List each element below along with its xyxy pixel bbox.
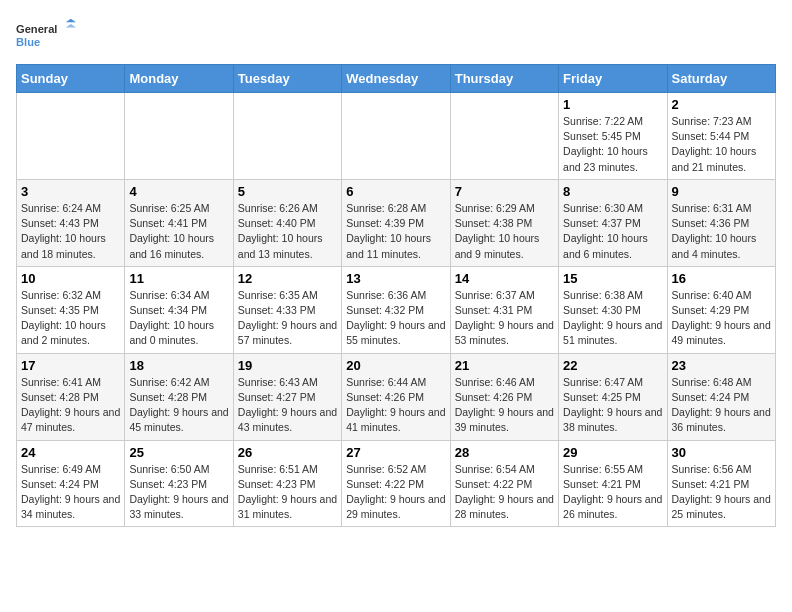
calendar-cell: 16Sunrise: 6:40 AM Sunset: 4:29 PM Dayli…: [667, 266, 775, 353]
calendar-cell: 6Sunrise: 6:28 AM Sunset: 4:39 PM Daylig…: [342, 179, 450, 266]
day-number: 25: [129, 445, 228, 460]
weekday-header-sunday: Sunday: [17, 65, 125, 93]
day-info: Sunrise: 7:22 AM Sunset: 5:45 PM Dayligh…: [563, 114, 662, 175]
calendar-cell: 20Sunrise: 6:44 AM Sunset: 4:26 PM Dayli…: [342, 353, 450, 440]
week-row-2: 3Sunrise: 6:24 AM Sunset: 4:43 PM Daylig…: [17, 179, 776, 266]
day-info: Sunrise: 6:35 AM Sunset: 4:33 PM Dayligh…: [238, 288, 337, 349]
day-info: Sunrise: 6:49 AM Sunset: 4:24 PM Dayligh…: [21, 462, 120, 523]
calendar-cell: 10Sunrise: 6:32 AM Sunset: 4:35 PM Dayli…: [17, 266, 125, 353]
week-row-1: 1Sunrise: 7:22 AM Sunset: 5:45 PM Daylig…: [17, 93, 776, 180]
day-info: Sunrise: 6:24 AM Sunset: 4:43 PM Dayligh…: [21, 201, 120, 262]
day-number: 13: [346, 271, 445, 286]
day-info: Sunrise: 6:36 AM Sunset: 4:32 PM Dayligh…: [346, 288, 445, 349]
day-number: 17: [21, 358, 120, 373]
calendar-cell: 17Sunrise: 6:41 AM Sunset: 4:28 PM Dayli…: [17, 353, 125, 440]
calendar-cell: 2Sunrise: 7:23 AM Sunset: 5:44 PM Daylig…: [667, 93, 775, 180]
day-info: Sunrise: 6:41 AM Sunset: 4:28 PM Dayligh…: [21, 375, 120, 436]
weekday-header-thursday: Thursday: [450, 65, 558, 93]
day-number: 7: [455, 184, 554, 199]
day-info: Sunrise: 6:51 AM Sunset: 4:23 PM Dayligh…: [238, 462, 337, 523]
day-number: 26: [238, 445, 337, 460]
calendar-cell: 12Sunrise: 6:35 AM Sunset: 4:33 PM Dayli…: [233, 266, 341, 353]
day-number: 12: [238, 271, 337, 286]
calendar-cell: 13Sunrise: 6:36 AM Sunset: 4:32 PM Dayli…: [342, 266, 450, 353]
day-info: Sunrise: 6:34 AM Sunset: 4:34 PM Dayligh…: [129, 288, 228, 349]
day-info: Sunrise: 6:38 AM Sunset: 4:30 PM Dayligh…: [563, 288, 662, 349]
day-info: Sunrise: 6:26 AM Sunset: 4:40 PM Dayligh…: [238, 201, 337, 262]
calendar-cell: 11Sunrise: 6:34 AM Sunset: 4:34 PM Dayli…: [125, 266, 233, 353]
calendar-header: SundayMondayTuesdayWednesdayThursdayFrid…: [17, 65, 776, 93]
calendar-cell: 29Sunrise: 6:55 AM Sunset: 4:21 PM Dayli…: [559, 440, 667, 527]
day-info: Sunrise: 6:46 AM Sunset: 4:26 PM Dayligh…: [455, 375, 554, 436]
day-number: 23: [672, 358, 771, 373]
day-number: 1: [563, 97, 662, 112]
calendar-cell: 3Sunrise: 6:24 AM Sunset: 4:43 PM Daylig…: [17, 179, 125, 266]
day-info: Sunrise: 6:30 AM Sunset: 4:37 PM Dayligh…: [563, 201, 662, 262]
calendar-cell: 22Sunrise: 6:47 AM Sunset: 4:25 PM Dayli…: [559, 353, 667, 440]
calendar-cell: [125, 93, 233, 180]
weekday-header-saturday: Saturday: [667, 65, 775, 93]
day-number: 3: [21, 184, 120, 199]
calendar-cell: 7Sunrise: 6:29 AM Sunset: 4:38 PM Daylig…: [450, 179, 558, 266]
day-info: Sunrise: 6:54 AM Sunset: 4:22 PM Dayligh…: [455, 462, 554, 523]
svg-text:Blue: Blue: [16, 36, 40, 48]
day-number: 14: [455, 271, 554, 286]
day-info: Sunrise: 6:52 AM Sunset: 4:22 PM Dayligh…: [346, 462, 445, 523]
day-number: 27: [346, 445, 445, 460]
calendar-cell: [233, 93, 341, 180]
day-info: Sunrise: 6:42 AM Sunset: 4:28 PM Dayligh…: [129, 375, 228, 436]
day-number: 24: [21, 445, 120, 460]
day-info: Sunrise: 6:48 AM Sunset: 4:24 PM Dayligh…: [672, 375, 771, 436]
weekday-header-row: SundayMondayTuesdayWednesdayThursdayFrid…: [17, 65, 776, 93]
calendar-cell: 24Sunrise: 6:49 AM Sunset: 4:24 PM Dayli…: [17, 440, 125, 527]
day-info: Sunrise: 6:50 AM Sunset: 4:23 PM Dayligh…: [129, 462, 228, 523]
day-info: Sunrise: 6:43 AM Sunset: 4:27 PM Dayligh…: [238, 375, 337, 436]
day-number: 2: [672, 97, 771, 112]
day-number: 22: [563, 358, 662, 373]
day-number: 20: [346, 358, 445, 373]
day-info: Sunrise: 6:29 AM Sunset: 4:38 PM Dayligh…: [455, 201, 554, 262]
calendar-cell: 1Sunrise: 7:22 AM Sunset: 5:45 PM Daylig…: [559, 93, 667, 180]
calendar-cell: [450, 93, 558, 180]
svg-text:General: General: [16, 23, 57, 35]
day-info: Sunrise: 6:56 AM Sunset: 4:21 PM Dayligh…: [672, 462, 771, 523]
day-info: Sunrise: 6:31 AM Sunset: 4:36 PM Dayligh…: [672, 201, 771, 262]
day-number: 29: [563, 445, 662, 460]
day-number: 15: [563, 271, 662, 286]
calendar-cell: 14Sunrise: 6:37 AM Sunset: 4:31 PM Dayli…: [450, 266, 558, 353]
day-number: 5: [238, 184, 337, 199]
day-number: 19: [238, 358, 337, 373]
week-row-5: 24Sunrise: 6:49 AM Sunset: 4:24 PM Dayli…: [17, 440, 776, 527]
weekday-header-tuesday: Tuesday: [233, 65, 341, 93]
weekday-header-wednesday: Wednesday: [342, 65, 450, 93]
day-number: 18: [129, 358, 228, 373]
calendar-cell: [342, 93, 450, 180]
weekday-header-friday: Friday: [559, 65, 667, 93]
day-info: Sunrise: 7:23 AM Sunset: 5:44 PM Dayligh…: [672, 114, 771, 175]
calendar-cell: 19Sunrise: 6:43 AM Sunset: 4:27 PM Dayli…: [233, 353, 341, 440]
logo-svg: General Blue: [16, 16, 76, 56]
calendar-cell: 23Sunrise: 6:48 AM Sunset: 4:24 PM Dayli…: [667, 353, 775, 440]
day-info: Sunrise: 6:44 AM Sunset: 4:26 PM Dayligh…: [346, 375, 445, 436]
day-number: 21: [455, 358, 554, 373]
day-number: 16: [672, 271, 771, 286]
calendar-cell: [17, 93, 125, 180]
day-info: Sunrise: 6:40 AM Sunset: 4:29 PM Dayligh…: [672, 288, 771, 349]
day-number: 4: [129, 184, 228, 199]
calendar-cell: 30Sunrise: 6:56 AM Sunset: 4:21 PM Dayli…: [667, 440, 775, 527]
calendar-cell: 18Sunrise: 6:42 AM Sunset: 4:28 PM Dayli…: [125, 353, 233, 440]
day-info: Sunrise: 6:55 AM Sunset: 4:21 PM Dayligh…: [563, 462, 662, 523]
day-info: Sunrise: 6:28 AM Sunset: 4:39 PM Dayligh…: [346, 201, 445, 262]
calendar-body: 1Sunrise: 7:22 AM Sunset: 5:45 PM Daylig…: [17, 93, 776, 527]
day-number: 28: [455, 445, 554, 460]
day-number: 8: [563, 184, 662, 199]
svg-marker-3: [66, 24, 76, 27]
calendar-cell: 15Sunrise: 6:38 AM Sunset: 4:30 PM Dayli…: [559, 266, 667, 353]
day-info: Sunrise: 6:37 AM Sunset: 4:31 PM Dayligh…: [455, 288, 554, 349]
calendar-cell: 4Sunrise: 6:25 AM Sunset: 4:41 PM Daylig…: [125, 179, 233, 266]
day-number: 11: [129, 271, 228, 286]
day-info: Sunrise: 6:47 AM Sunset: 4:25 PM Dayligh…: [563, 375, 662, 436]
weekday-header-monday: Monday: [125, 65, 233, 93]
calendar-cell: 25Sunrise: 6:50 AM Sunset: 4:23 PM Dayli…: [125, 440, 233, 527]
calendar-cell: 21Sunrise: 6:46 AM Sunset: 4:26 PM Dayli…: [450, 353, 558, 440]
